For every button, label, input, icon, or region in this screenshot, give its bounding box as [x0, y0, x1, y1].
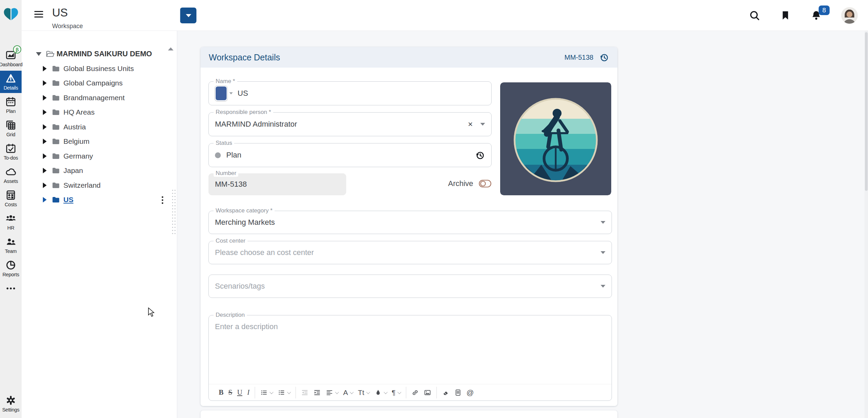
caret-collapsed-icon[interactable] [43, 80, 47, 86]
status-field[interactable]: Status Plan [208, 143, 492, 167]
tags-placeholder: Scenarios/tags [215, 282, 265, 291]
tree-item-us[interactable]: US [22, 193, 172, 207]
caret-collapsed-icon[interactable] [43, 139, 47, 144]
align-icon[interactable] [324, 388, 340, 397]
tree-item-switzerland[interactable]: Switzerland [22, 178, 172, 193]
folder-icon [51, 108, 60, 117]
tree-item-austria[interactable]: Austria [22, 120, 172, 135]
caret-expanded-icon[interactable] [36, 52, 41, 56]
caret-collapsed-icon[interactable] [43, 124, 47, 130]
special-characters-icon[interactable]: @ [465, 388, 475, 397]
menu-icon[interactable] [34, 11, 43, 19]
font-color-icon[interactable]: A [341, 388, 355, 397]
tree-item-germany[interactable]: Germany [22, 149, 172, 164]
notifications-bell-icon[interactable]: 8 [810, 10, 822, 21]
sidebar-item-reports[interactable]: Reports [0, 257, 22, 280]
color-caret-icon[interactable] [229, 92, 233, 94]
indent-icon[interactable] [312, 388, 323, 397]
tree-item-brandmanagement[interactable]: Brandmanagement [22, 91, 172, 105]
status-history-icon[interactable] [475, 150, 485, 160]
create-workspace-dropdown[interactable] [180, 8, 196, 23]
text-size-icon[interactable]: Tt [356, 388, 371, 397]
sidebar-item-todos[interactable]: To-dos [0, 141, 22, 163]
search-icon[interactable] [749, 10, 760, 21]
workspace-number: MM-5138 [565, 54, 593, 61]
chevron-down-icon[interactable] [480, 123, 485, 126]
scrollbar-thumb[interactable] [865, 32, 868, 191]
caret-collapsed-icon[interactable] [43, 197, 47, 202]
tree-item-global-business-units[interactable]: Global Business Units [22, 61, 172, 76]
description-placeholder: Enter a description [215, 322, 278, 331]
scenarios-tags-field[interactable]: Scenarios/tags [208, 275, 612, 298]
italic-icon[interactable]: I [245, 387, 251, 397]
caret-collapsed-icon[interactable] [43, 109, 47, 115]
color-swatch[interactable] [215, 86, 227, 101]
history-icon[interactable] [599, 52, 609, 62]
sidebar-item-dashboard[interactable]: βDashboard [0, 47, 22, 70]
clear-icon[interactable]: × [468, 120, 473, 128]
unordered-list-icon[interactable] [258, 388, 275, 397]
tree-item-label: Germany [63, 152, 93, 160]
tree-item-japan[interactable]: Japan [22, 163, 172, 178]
clear-formatting-icon[interactable] [440, 388, 451, 397]
bold-icon[interactable]: B [217, 387, 225, 397]
caret-collapsed-icon[interactable] [43, 95, 47, 101]
bookmark-icon[interactable] [780, 10, 791, 21]
tree-item-label: Japan [63, 166, 83, 175]
paragraph-format-icon[interactable]: ¶ [390, 388, 402, 397]
responsible-person-field[interactable]: Responsible person * MARMIND Administrat… [208, 112, 492, 136]
sidebar-item-hr[interactable]: HR [0, 211, 22, 233]
chevron-down-icon[interactable] [601, 221, 605, 224]
folder-icon [51, 195, 60, 204]
outdent-icon[interactable] [299, 388, 310, 397]
archive-toggle[interactable]: Archive [448, 179, 492, 188]
sidebar-item-team[interactable]: Team [0, 234, 22, 256]
panel-resize-handle[interactable] [171, 189, 176, 235]
tree-item-belgium[interactable]: Belgium [22, 134, 172, 149]
caret-collapsed-icon[interactable] [43, 168, 47, 173]
caret-collapsed-icon[interactable] [43, 183, 47, 188]
ordered-list-icon[interactable] [276, 388, 292, 397]
insert-link-icon[interactable] [410, 388, 421, 397]
name-field[interactable]: Name * US [208, 81, 492, 105]
workspace-image[interactable] [500, 82, 611, 195]
hr-icon [5, 213, 16, 224]
sidebar-item-more[interactable] [0, 281, 22, 297]
paste-icon[interactable] [453, 388, 463, 397]
user-avatar[interactable] [841, 7, 858, 24]
cost-center-placeholder: Please choose an cost center [215, 248, 314, 257]
sidebar-items: βDashboardDetailsPlanGridTo-dosAssetsCos… [0, 47, 22, 298]
sidebar-item-label: Grid [6, 132, 15, 137]
tree-root[interactable]: MARMIND SAIKURU DEMO [22, 47, 172, 61]
sidebar-item-details[interactable]: Details [0, 71, 22, 93]
create-workspace-button[interactable]: Create workspace [180, 8, 196, 23]
main-scrollbar[interactable] [865, 31, 868, 418]
name-value[interactable]: US [238, 89, 248, 98]
insert-image-icon[interactable] [422, 388, 433, 397]
kebab-menu-icon[interactable] [157, 194, 168, 206]
sidebar-item-grid[interactable]: Grid [0, 117, 22, 140]
caret-collapsed-icon[interactable] [43, 153, 47, 159]
strikethrough-icon[interactable]: S [227, 387, 234, 397]
sidebar-item-settings[interactable]: Settings [0, 393, 22, 415]
beta-badge: β [13, 45, 21, 54]
toggle-off-icon[interactable] [479, 179, 492, 188]
chevron-down-icon[interactable] [601, 251, 605, 254]
folder-icon [51, 123, 60, 131]
cost-center-field[interactable]: Cost center Please choose an cost center [208, 241, 612, 264]
marmind-logo[interactable] [3, 5, 19, 25]
folder-icon [51, 64, 60, 73]
todos-icon [5, 143, 16, 154]
tree-item-global-campaigns[interactable]: Global Campaigns [22, 76, 172, 91]
chevron-down-icon[interactable] [601, 285, 605, 288]
highlight-icon[interactable] [373, 388, 389, 397]
caret-collapsed-icon[interactable] [43, 66, 47, 71]
sidebar-item-assets[interactable]: Assets [0, 164, 22, 186]
sidebar-item-costs[interactable]: Costs [0, 187, 22, 210]
category-value: Merching Markets [215, 218, 275, 227]
tree-item-hq-areas[interactable]: HQ Areas [22, 105, 172, 120]
workspace-category-field[interactable]: Workspace category * Merching Markets [208, 211, 612, 234]
sidebar-item-plan[interactable]: Plan [0, 94, 22, 116]
description-field[interactable]: Description Enter a description BSUIATt¶… [208, 315, 612, 401]
underline-icon[interactable]: U [236, 387, 244, 397]
